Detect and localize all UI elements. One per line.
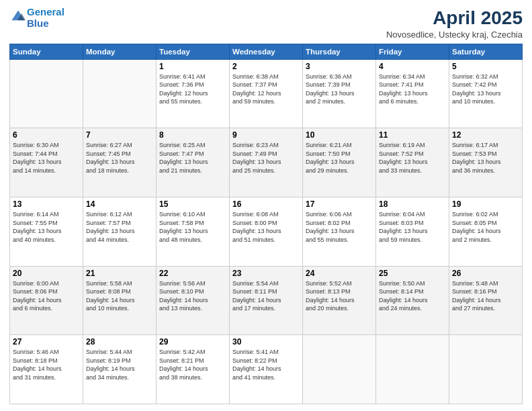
cell-info-line: Daylight: 13 hours xyxy=(306,158,373,167)
calendar-cell: 21Sunrise: 5:58 AMSunset: 8:08 PMDayligh… xyxy=(83,266,157,335)
cell-info-line: and 55 minutes. xyxy=(306,236,373,244)
day-number: 3 xyxy=(306,62,373,71)
col-header-monday: Monday xyxy=(83,44,157,59)
calendar-cell: 27Sunrise: 5:46 AMSunset: 8:18 PMDayligh… xyxy=(10,335,83,404)
calendar-cell: 12Sunrise: 6:17 AMSunset: 7:53 PMDayligh… xyxy=(449,128,523,197)
cell-info-line: Daylight: 13 hours xyxy=(306,227,373,236)
cell-info-line: and 33 minutes. xyxy=(379,167,446,175)
cell-info-line: Daylight: 14 hours xyxy=(13,296,80,305)
cell-info-line: Sunset: 7:36 PM xyxy=(159,81,226,89)
calendar-cell: 29Sunrise: 5:42 AMSunset: 8:21 PMDayligh… xyxy=(157,335,230,404)
cell-info-line: Sunrise: 6:14 AM xyxy=(13,210,80,219)
calendar-cell: 28Sunrise: 5:44 AMSunset: 8:19 PMDayligh… xyxy=(83,335,157,404)
day-number: 11 xyxy=(379,130,446,140)
cell-info-line: Sunrise: 6:30 AM xyxy=(13,141,80,150)
cell-info-line: Sunrise: 5:41 AM xyxy=(232,348,300,357)
day-number: 7 xyxy=(86,130,153,140)
logo-blue: Blue xyxy=(27,17,49,29)
cell-info-line: and 17 minutes. xyxy=(232,304,300,313)
cell-info-line: Daylight: 13 hours xyxy=(306,89,373,98)
logo-text: General Blue xyxy=(27,7,64,29)
cell-info-line: Sunrise: 6:27 AM xyxy=(86,141,153,150)
day-number: 10 xyxy=(306,130,373,140)
col-header-saturday: Saturday xyxy=(449,44,523,59)
day-number: 8 xyxy=(159,130,226,140)
calendar-cell: 22Sunrise: 5:56 AMSunset: 8:10 PMDayligh… xyxy=(157,266,230,335)
cell-info-line: and 14 minutes. xyxy=(13,167,80,175)
calendar-cell: 2Sunrise: 6:38 AMSunset: 7:37 PMDaylight… xyxy=(230,59,303,128)
cell-info-line: Daylight: 13 hours xyxy=(379,227,446,236)
calendar-header-row: SundayMondayTuesdayWednesdayThursdayFrid… xyxy=(10,44,523,59)
cell-info-line: Sunrise: 6:08 AM xyxy=(232,210,300,219)
cell-info-line: and 21 minutes. xyxy=(159,167,226,175)
cell-info-line: Daylight: 13 hours xyxy=(13,158,80,167)
cell-info-line: Sunset: 7:37 PM xyxy=(232,81,300,89)
cell-info-line: Sunrise: 5:50 AM xyxy=(379,279,446,288)
cell-info-line: Daylight: 13 hours xyxy=(86,158,153,167)
cell-info-line: Sunset: 8:22 PM xyxy=(232,357,300,365)
day-number: 16 xyxy=(232,199,300,209)
cell-info-line: Daylight: 14 hours xyxy=(232,365,300,373)
cell-info-line: Sunrise: 6:38 AM xyxy=(232,73,300,81)
cell-info-line: and 6 minutes. xyxy=(13,304,80,313)
cell-info-line: and 27 minutes. xyxy=(452,304,519,313)
cell-info-line: Sunset: 7:50 PM xyxy=(306,150,373,158)
cell-info-line: Sunrise: 6:04 AM xyxy=(379,210,446,219)
cell-info-line: Daylight: 14 hours xyxy=(379,296,446,305)
cell-info-line: Daylight: 14 hours xyxy=(452,227,519,236)
cell-info-line: and 44 minutes. xyxy=(86,236,153,244)
cell-info-line: Daylight: 13 hours xyxy=(379,89,446,98)
cell-info-line: Sunset: 7:41 PM xyxy=(379,81,446,89)
calendar-cell: 11Sunrise: 6:19 AMSunset: 7:52 PMDayligh… xyxy=(376,128,449,197)
calendar-cell: 19Sunrise: 6:02 AMSunset: 8:05 PMDayligh… xyxy=(449,197,523,266)
calendar-cell xyxy=(449,335,523,404)
cell-info-line: Sunrise: 5:58 AM xyxy=(86,279,153,288)
cell-info-line: Sunset: 8:21 PM xyxy=(159,357,226,365)
cell-info-line: Daylight: 13 hours xyxy=(159,158,226,167)
calendar-table: SundayMondayTuesdayWednesdayThursdayFrid… xyxy=(9,44,523,404)
day-number: 2 xyxy=(232,62,300,71)
cell-info-line: and 2 minutes. xyxy=(306,97,373,106)
cell-info-line: and 18 minutes. xyxy=(86,167,153,175)
cell-info-line: Sunset: 7:52 PM xyxy=(379,150,446,158)
logo-general: General xyxy=(27,6,64,17)
cell-info-line: Sunset: 7:55 PM xyxy=(13,219,80,228)
day-number: 18 xyxy=(379,199,446,209)
col-header-wednesday: Wednesday xyxy=(230,44,303,59)
cell-info-line: Sunset: 8:19 PM xyxy=(86,357,153,365)
cell-info-line: and 6 minutes. xyxy=(379,97,446,106)
calendar-cell: 24Sunrise: 5:52 AMSunset: 8:13 PMDayligh… xyxy=(303,266,376,335)
cell-info-line: Sunrise: 5:44 AM xyxy=(86,348,153,357)
logo-icon xyxy=(11,9,26,24)
cell-info-line: Daylight: 13 hours xyxy=(452,158,519,167)
day-number: 13 xyxy=(13,199,80,209)
calendar-cell: 13Sunrise: 6:14 AMSunset: 7:55 PMDayligh… xyxy=(10,197,83,266)
day-number: 14 xyxy=(86,199,153,209)
cell-info-line: Sunrise: 5:42 AM xyxy=(159,348,226,357)
day-number: 19 xyxy=(452,199,519,209)
calendar-cell xyxy=(376,335,449,404)
cell-info-line: and 51 minutes. xyxy=(232,236,300,244)
cell-info-line: and 10 minutes. xyxy=(86,304,153,313)
cell-info-line: and 40 minutes. xyxy=(13,236,80,244)
cell-info-line: and 24 minutes. xyxy=(379,304,446,313)
page: General Blue April 2025 Novosedlice, Ust… xyxy=(0,0,532,411)
day-number: 26 xyxy=(452,269,519,278)
day-number: 20 xyxy=(13,269,80,278)
calendar-week-row: 13Sunrise: 6:14 AMSunset: 7:55 PMDayligh… xyxy=(10,197,523,266)
cell-info-line: Sunrise: 6:25 AM xyxy=(159,141,226,150)
col-header-tuesday: Tuesday xyxy=(157,44,230,59)
cell-info-line: Sunrise: 6:12 AM xyxy=(86,210,153,219)
col-header-thursday: Thursday xyxy=(303,44,376,59)
cell-info-line: Daylight: 14 hours xyxy=(86,296,153,305)
cell-info-line: Daylight: 13 hours xyxy=(379,158,446,167)
month-title: April 2025 xyxy=(386,7,523,30)
calendar-cell: 4Sunrise: 6:34 AMSunset: 7:41 PMDaylight… xyxy=(376,59,449,128)
cell-info-line: Sunset: 7:58 PM xyxy=(159,219,226,228)
calendar-cell: 7Sunrise: 6:27 AMSunset: 7:45 PMDaylight… xyxy=(83,128,157,197)
title-block: April 2025 Novosedlice, Ustecky kraj, Cz… xyxy=(386,7,523,40)
cell-info-line: Sunset: 8:02 PM xyxy=(306,219,373,228)
cell-info-line: Daylight: 12 hours xyxy=(232,89,300,98)
day-number: 4 xyxy=(379,62,446,71)
cell-info-line: and 29 minutes. xyxy=(306,167,373,175)
